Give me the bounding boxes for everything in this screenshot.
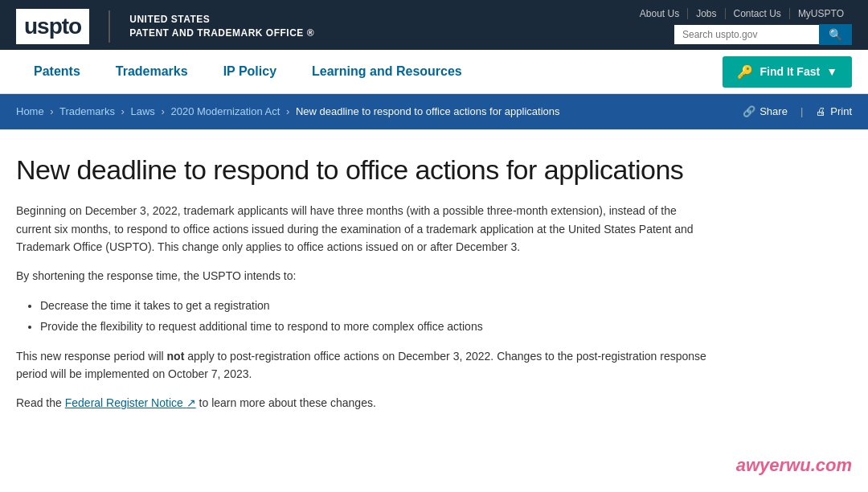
search-input[interactable]: [674, 25, 819, 44]
page-title: New deadline to respond to office action…: [16, 154, 707, 187]
paragraph-3: This new response period will not apply …: [16, 347, 707, 383]
federal-register-notice-link[interactable]: Federal Register Notice ↗: [65, 396, 196, 409]
breadcrumb-home[interactable]: Home: [16, 105, 44, 117]
actions-divider: |: [800, 105, 803, 117]
breadcrumb-modernization-act[interactable]: 2020 Modernization Act: [170, 105, 280, 117]
site-header: uspto UNITED STATES PATENT AND TRADEMARK…: [0, 0, 868, 50]
paragraph-4-post: to learn more about these changes.: [196, 396, 376, 409]
breadcrumb-sep-4: ›: [286, 105, 289, 117]
logo-divider: [108, 10, 110, 43]
print-button[interactable]: 🖨 Print: [816, 105, 852, 117]
share-icon: 🔗: [743, 105, 755, 117]
paragraph-4: Read the Federal Register Notice ↗ to le…: [16, 394, 707, 412]
breadcrumb-laws[interactable]: Laws: [131, 105, 155, 117]
contact-us-link[interactable]: Contact Us: [726, 8, 790, 19]
nav-learning-resources[interactable]: Learning and Resources: [294, 50, 480, 93]
search-area: 🔍: [674, 24, 852, 45]
nav-ip-policy[interactable]: IP Policy: [206, 50, 294, 93]
logo-text: uspto: [24, 14, 81, 39]
main-content: New deadline to respond to office action…: [0, 129, 723, 440]
breadcrumb-actions: 🔗 Share | 🖨 Print: [743, 105, 852, 117]
chevron-down-icon: ▼: [826, 65, 837, 78]
paragraph-3-bold: not: [167, 350, 185, 363]
paragraph-1: Beginning on December 3, 2022, trademark…: [16, 202, 707, 256]
nav-trademarks[interactable]: Trademarks: [98, 50, 206, 93]
paragraph-2: By shortening the response time, the USP…: [16, 267, 707, 285]
bullet-item-1: Decrease the time it takes to get a regi…: [40, 297, 707, 314]
print-icon: 🖨: [816, 105, 826, 117]
breadcrumb-sep-3: ›: [162, 105, 165, 117]
find-it-fast-button[interactable]: 🔑 Find It Fast ▼: [723, 56, 852, 88]
paragraph-3-pre: This new response period will: [16, 350, 167, 363]
jobs-link[interactable]: Jobs: [688, 8, 725, 19]
nav-links: Patents Trademarks IP Policy Learning an…: [16, 50, 480, 93]
about-us-link[interactable]: About Us: [632, 8, 688, 19]
breadcrumb: Home › Trademarks › Laws › 2020 Moderniz…: [16, 104, 560, 120]
share-button[interactable]: 🔗 Share: [743, 105, 788, 117]
myuspto-link[interactable]: MyUSPTO: [790, 8, 852, 19]
agency-line2: PATENT AND TRADEMARK OFFICE ®: [129, 27, 314, 40]
nav-patents[interactable]: Patents: [16, 50, 98, 93]
key-icon: 🔑: [737, 64, 753, 80]
breadcrumb-trademarks[interactable]: Trademarks: [59, 105, 115, 117]
external-link-icon: ↗: [186, 396, 196, 409]
paragraph-4-pre: Read the: [16, 396, 65, 409]
breadcrumb-sep-2: ›: [121, 105, 125, 117]
bullet-list: Decrease the time it takes to get a regi…: [40, 297, 707, 336]
header-right: About Us Jobs Contact Us MyUSPTO 🔍: [632, 8, 852, 45]
breadcrumb-bar: Home › Trademarks › Laws › 2020 Moderniz…: [0, 94, 868, 129]
logo-area: uspto UNITED STATES PATENT AND TRADEMARK…: [16, 9, 314, 44]
logo-box: uspto: [16, 9, 89, 44]
breadcrumb-current: New deadline to respond to office action…: [296, 105, 560, 117]
header-top: uspto UNITED STATES PATENT AND TRADEMARK…: [0, 0, 868, 50]
main-nav: Patents Trademarks IP Policy Learning an…: [0, 50, 868, 94]
top-links: About Us Jobs Contact Us MyUSPTO: [632, 8, 852, 19]
agency-name: UNITED STATES PATENT AND TRADEMARK OFFIC…: [129, 13, 314, 40]
breadcrumb-sep-1: ›: [50, 105, 53, 117]
bullet-item-2: Provide the flexibility to request addit…: [40, 318, 707, 335]
search-button[interactable]: 🔍: [819, 24, 852, 45]
